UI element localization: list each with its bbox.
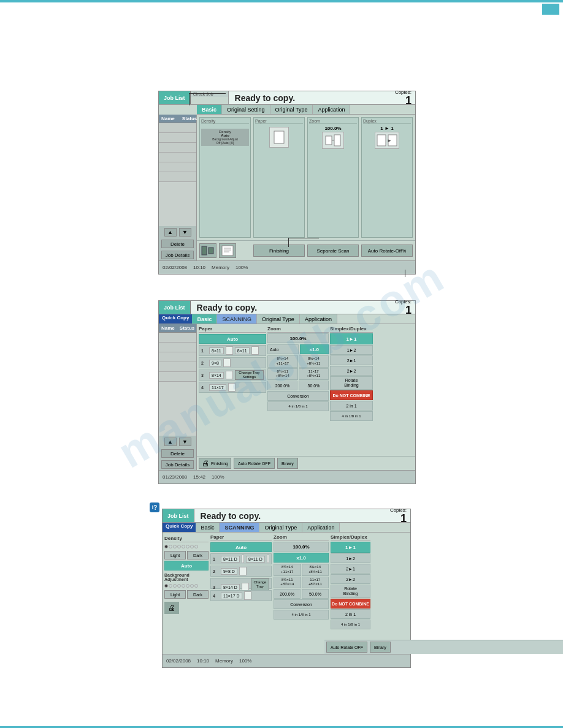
- screen1-job-details-btn[interactable]: Job Details: [161, 251, 194, 259]
- screen3-tab-scanning[interactable]: SCANNING: [220, 523, 259, 532]
- screen2-finishing-btn[interactable]: 🖨 Finishing: [199, 458, 231, 469]
- screen1-separate-scan-btn[interactable]: Separate Scan: [307, 245, 359, 257]
- screen2-paper-row3[interactable]: 3 8×14 Change TraySettings: [199, 370, 266, 381]
- screen2-paper-size3: 8×14: [209, 372, 224, 379]
- screen2-up-btn[interactable]: ▲: [164, 438, 177, 446]
- screen3-dark-btn2[interactable]: Dark: [187, 590, 209, 599]
- screen2-delete-btn[interactable]: Delete: [161, 449, 194, 458]
- screen2-no-combine-btn[interactable]: Do NOT COMBINE: [330, 390, 373, 400]
- screen2-paper-row1[interactable]: 1 8×11 8×11: [199, 345, 266, 356]
- screen3-bottom-row: Auto Rotate OFF Binary: [324, 640, 563, 654]
- screen3-paper-auto-btn[interactable]: Auto: [210, 542, 272, 552]
- screen1-delete-btn[interactable]: Delete: [161, 240, 194, 248]
- screen2-bottom-row: 🖨 Finishing Auto Rotate OFF Binary: [197, 456, 415, 470]
- screen3-zoom-cell1[interactable]: 8½×14+11×17: [274, 564, 301, 576]
- screen2-footer-memory: 100%: [212, 474, 224, 480]
- screen3-dot1-7: [190, 545, 194, 548]
- screen3-paper-row1[interactable]: 1 8×11 D 8×11 D: [210, 553, 272, 564]
- screen3-paper-row4[interactable]: 4 11×17 D: [210, 590, 272, 601]
- screen3-duplex-2to1[interactable]: 2►1: [331, 564, 370, 574]
- screen1-finishing-icon1[interactable]: [199, 243, 216, 258]
- screen2-auto-rotate-btn[interactable]: Auto Rotate OFF: [234, 458, 275, 469]
- screen2-job-details-btn[interactable]: Job Details: [161, 460, 194, 469]
- screen2-duplex-active[interactable]: 1►1: [330, 333, 373, 344]
- screen2-tab-basic[interactable]: Basic: [192, 314, 217, 324]
- screen2-change-tray-btn[interactable]: Change TraySettings: [235, 370, 264, 380]
- screen2-zoom-cell3[interactable]: 8½×11+8½×14: [267, 368, 298, 381]
- screen3-duplex-rotate[interactable]: RotateBinding: [331, 585, 370, 598]
- screen2-zoom-cell1[interactable]: 8½×14+11×17: [267, 355, 298, 368]
- screen3-dot2-1: [164, 584, 168, 588]
- screen3-finishing-icon[interactable]: 🖨: [164, 602, 179, 614]
- screen1-down-btn[interactable]: ▼: [179, 228, 191, 237]
- screen2-duplex-2in1[interactable]: 2 in 1: [330, 401, 373, 411]
- screen3-zoom-200[interactable]: 200.0%: [274, 589, 301, 599]
- screen3-light-btn1[interactable]: Light: [164, 551, 186, 559]
- screen2-duplex-rotate[interactable]: RotateBinding: [330, 376, 373, 390]
- screen2-tab-scanning[interactable]: SCANNING: [217, 314, 257, 324]
- screen3-tab-basic[interactable]: Basic: [196, 523, 220, 532]
- screen2-duplex-1to2[interactable]: 1►2: [330, 345, 373, 355]
- screen3-zoom-50[interactable]: 50.0%: [302, 589, 329, 599]
- screen1-finishing-icon2[interactable]: [219, 243, 236, 258]
- help-icon[interactable]: i: [150, 502, 159, 512]
- screen3-duplex-4in1[interactable]: 4 in 1/8 in 1: [331, 620, 370, 629]
- screen2-binary-btn[interactable]: Binary: [277, 458, 298, 469]
- screen2-paper-row4[interactable]: 4 11×17: [199, 382, 266, 393]
- screen2-zoom-cell4[interactable]: 11×17+8½×11: [299, 368, 329, 381]
- screen3-zoom-x10-btn[interactable]: x1.0: [274, 553, 329, 563]
- screen2-paper-auto-btn[interactable]: Auto: [199, 334, 266, 344]
- screen2-zoom-conv-val[interactable]: 4 in 1/8 in 1: [267, 401, 329, 411]
- screen1-auto-rotate-btn[interactable]: Auto Rotate-Off%: [361, 245, 413, 257]
- screen3-light-dark2: Light Dark: [164, 590, 209, 599]
- screen3-zoom-cell3[interactable]: 8½×11+8½×14: [274, 577, 301, 589]
- screen3-paper-row2[interactable]: 2 9×8 D: [210, 566, 272, 577]
- screen1-tab-original-type[interactable]: Original Type: [270, 105, 313, 114]
- screen1-job-list-btn[interactable]: Job List: [159, 91, 191, 104]
- screen1-sidebar-row3: [159, 143, 196, 153]
- screen3-light-btn2[interactable]: Light: [164, 590, 186, 599]
- screen3-tab-original-type[interactable]: Original Type: [259, 523, 302, 532]
- screen3-no-combine-btn[interactable]: Do NOT COMBINE: [331, 599, 370, 609]
- screen2-job-list-btn[interactable]: Job List: [159, 301, 191, 314]
- screen2-paper-row2[interactable]: 2 9×8: [199, 357, 266, 368]
- screen2-tab-original-type[interactable]: Original Type: [257, 314, 300, 324]
- screen3-paper-row3[interactable]: 3 8×14 D Change TraySettings: [210, 578, 272, 589]
- screen2-duplex-4in1[interactable]: 4 in 1/8 in 1: [330, 411, 373, 421]
- screen3-zoom-conv[interactable]: Conversion: [274, 599, 329, 609]
- screen3-zoom-cell2[interactable]: 8¾×14+8½×11: [302, 564, 329, 576]
- screen2-zoom-cell2[interactable]: 8¾×14+8½×11: [299, 355, 329, 368]
- screen1-finishing-btn[interactable]: Finishing: [253, 245, 305, 257]
- screen2-duplex-2to1[interactable]: 2►1: [330, 355, 373, 365]
- screen1-check-job[interactable]: Check Job: [191, 91, 228, 97]
- screen2-paper-num1: 1: [201, 349, 207, 353]
- screen3-binary-btn[interactable]: Binary: [370, 642, 391, 653]
- screen1-tab-application[interactable]: Application: [313, 105, 350, 114]
- screen2-zoom-200[interactable]: 200.0%: [267, 381, 297, 390]
- screen2-zoom-conv[interactable]: Conversion: [267, 391, 329, 401]
- screen3-duplex-active[interactable]: 1►1: [331, 542, 370, 553]
- screen3-duplex-1to2[interactable]: 1►2: [331, 553, 370, 563]
- screen2-zoom-x10-btn[interactable]: x1.0: [300, 344, 329, 354]
- screen2-down-btn[interactable]: ▼: [179, 438, 191, 446]
- screen3-zoom-cell4[interactable]: 11×17+8½×11: [302, 577, 329, 589]
- screen3-density-auto-btn[interactable]: Auto: [164, 561, 209, 571]
- screen2-quick-copy-badge[interactable]: Quick Copy: [159, 314, 192, 324]
- screen2-sidebar-status-col: Status: [180, 325, 194, 331]
- screen1-tab-original-setting[interactable]: Original Setting: [222, 105, 270, 114]
- screen3-tab-application[interactable]: Application: [302, 523, 340, 532]
- screen3-duplex-2to2[interactable]: 2►2: [331, 574, 370, 584]
- screen3-dark-btn1[interactable]: Dark: [187, 551, 209, 559]
- screen2-tab-application[interactable]: Application: [300, 314, 337, 324]
- screen2-zoom-50[interactable]: 50.0%: [299, 381, 329, 390]
- screen2-duplex-2to2[interactable]: 2►2: [330, 366, 373, 376]
- screen3-auto-rotate-btn[interactable]: Auto Rotate OFF: [326, 642, 367, 653]
- screen3-duplex-2in1[interactable]: 2 in 1: [331, 609, 370, 619]
- screen1-up-btn[interactable]: ▲: [164, 228, 177, 237]
- screen3-zoom-conv-val[interactable]: 4 in 1/8 in 1: [274, 610, 329, 620]
- screen2-zoom-auto-btn[interactable]: Auto: [267, 344, 299, 354]
- screen3-quick-copy-badge[interactable]: Quick Copy: [163, 523, 196, 532]
- screen1-tab-basic[interactable]: Basic: [197, 105, 222, 114]
- screen1-paper-card-label: Paper: [255, 119, 303, 124]
- screen3-job-list-btn[interactable]: Job List: [163, 509, 194, 522]
